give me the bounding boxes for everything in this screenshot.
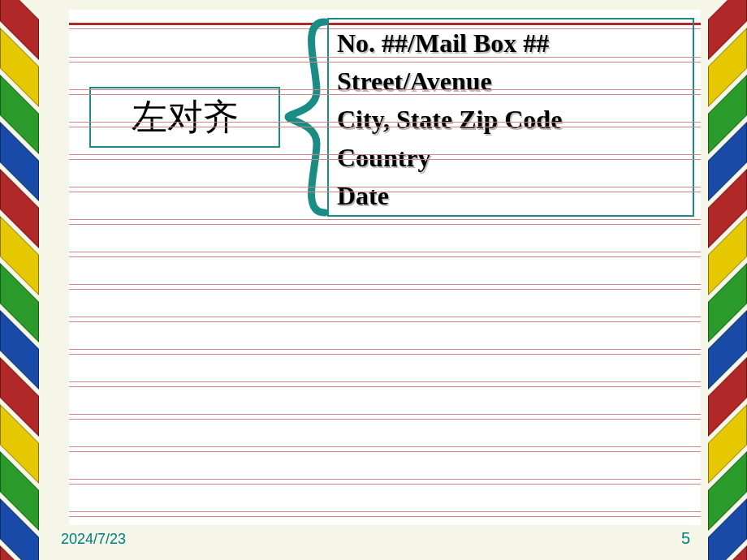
decorative-border-right bbox=[708, 0, 747, 560]
rule-line bbox=[69, 386, 701, 387]
address-line: Date bbox=[337, 177, 684, 215]
rule-line bbox=[69, 321, 701, 322]
rule-line bbox=[69, 484, 701, 485]
rule-line bbox=[69, 224, 701, 225]
rule-line bbox=[69, 94, 701, 95]
rule-line bbox=[69, 479, 701, 480]
rule-line bbox=[69, 256, 701, 257]
rule-line bbox=[69, 511, 701, 512]
rule-line bbox=[69, 159, 701, 160]
alignment-label: 左对齐 bbox=[132, 93, 239, 141]
rule-line bbox=[69, 284, 701, 285]
rule-line bbox=[69, 451, 701, 452]
decorative-border-left bbox=[0, 0, 39, 560]
rule-line bbox=[69, 349, 701, 350]
rule-line bbox=[69, 219, 701, 220]
rule-line bbox=[69, 446, 701, 447]
rule-line bbox=[69, 127, 701, 127]
rule-line bbox=[69, 354, 701, 355]
rule-line bbox=[69, 381, 701, 382]
address-line: Country bbox=[337, 139, 684, 177]
rule-line bbox=[69, 192, 701, 192]
footer-date: 2024/7/23 bbox=[61, 531, 126, 548]
address-line: City, State Zip Code bbox=[337, 101, 684, 139]
rule-line bbox=[69, 62, 701, 62]
rule-line bbox=[69, 252, 701, 252]
rule-line bbox=[69, 187, 701, 187]
rule-line bbox=[69, 414, 701, 415]
rule-line bbox=[69, 289, 701, 290]
rule-line bbox=[69, 154, 701, 155]
alignment-label-box: 左对齐 bbox=[89, 87, 280, 148]
rule-line bbox=[69, 516, 701, 517]
rule-line bbox=[69, 419, 701, 420]
rule-line bbox=[69, 122, 701, 123]
rule-line bbox=[69, 89, 701, 90]
rule-line bbox=[69, 57, 701, 58]
rule-line bbox=[69, 317, 701, 317]
notepad-area: 左对齐 No. ##/Mail Box ## Street/Avenue Cit… bbox=[69, 10, 701, 525]
footer-page-number: 5 bbox=[681, 529, 690, 548]
